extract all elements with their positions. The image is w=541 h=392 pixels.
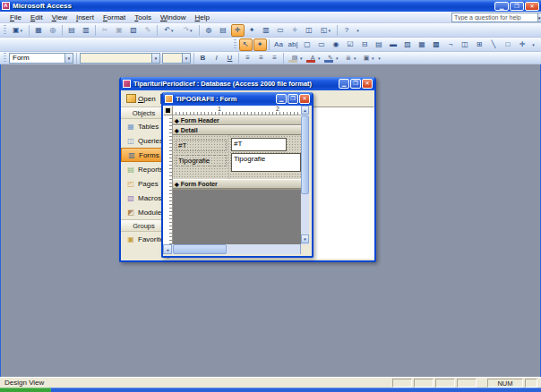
align-left-icon[interactable]: ≡ [242,52,254,64]
scroll-up-icon[interactable]: ▴ [301,106,309,115]
toolbar-grip[interactable] [4,53,6,63]
minimize-button[interactable]: ▁ [276,94,287,104]
scroll-down-icon[interactable]: ▾ [301,234,309,243]
horizontal-scroll-thumb[interactable] [173,244,227,254]
chevron-down-icon[interactable]: ▾ [182,53,191,64]
toolbox-icon[interactable]: ✛ [231,24,245,37]
form-footer-section-bar[interactable]: ◆ Form Footer [173,179,301,189]
restore-button[interactable]: ❐ [510,2,524,11]
build-icon[interactable]: ✧ [288,24,302,37]
maximize-button[interactable]: ❐ [350,79,361,89]
line-icon[interactable]: ╲ [487,38,501,51]
rectangle-icon[interactable]: □ [502,38,515,51]
maximize-button[interactable]: ❐ [288,94,298,104]
paste-icon[interactable]: ▧ [127,24,141,37]
bold-button[interactable]: B [197,52,210,64]
open-button[interactable]: Open [124,93,159,104]
font-size-combo[interactable]: ▾ [162,53,191,64]
select-objects-icon[interactable]: ↖ [239,38,253,51]
align-right-icon[interactable]: ≡ [269,52,281,64]
italic-button[interactable]: I [210,52,223,64]
menu-item[interactable]: View [47,13,72,21]
horizontal-scrollbar[interactable]: ◂ ▸ [163,244,309,254]
insert-hyperlink-icon[interactable]: ◍ [202,24,216,37]
object-selector-combo[interactable]: Form ▾ [9,53,73,64]
toolbar-options-chevron[interactable]: ▾ [375,52,383,64]
checkbox-icon[interactable]: ☑ [344,38,357,51]
label-control[interactable]: Tipografie [176,155,227,166]
redo-icon[interactable]: ↷ [179,24,197,37]
help-question-input[interactable] [451,13,538,22]
fill-color-icon[interactable]: ▨ [287,52,304,64]
option-group-icon[interactable]: ▢ [301,38,314,51]
bound-object-frame-icon[interactable]: ▩ [430,38,443,51]
close-button[interactable]: ✕ [525,2,539,11]
close-button[interactable]: ✕ [362,79,373,89]
new-object-button[interactable]: ▣ [9,24,27,37]
code-icon[interactable]: ▥ [260,24,273,37]
detail-section-bar[interactable]: ◆ Detail [173,125,301,135]
subform-icon[interactable]: ⊞ [473,38,486,51]
page-break-icon[interactable]: ¬ [444,38,458,51]
chevron-down-icon[interactable]: ▾ [151,53,160,64]
help-icon[interactable]: ? [340,24,354,37]
toolbar-options-chevron[interactable]: ▾ [529,38,537,51]
menu-item[interactable]: Edit [26,13,47,21]
special-effect-icon[interactable]: ▣ [358,52,375,64]
font-name-combo[interactable]: ▾ [80,53,160,64]
cut-icon[interactable]: ✂ [99,24,112,37]
minimize-button[interactable]: ▁ [494,2,509,11]
print-icon[interactable]: ▤ [65,24,79,37]
tab-control-icon[interactable]: ◫ [459,38,472,51]
vertical-scroll-thumb[interactable] [301,115,309,194]
label-tool-icon[interactable]: Aa [272,38,286,51]
print-preview-icon[interactable]: ▥ [80,24,93,37]
option-button-icon[interactable]: ◉ [330,38,343,51]
database-window-icon[interactable]: ◫ [303,24,316,37]
field-list-icon[interactable]: ▤ [217,24,230,37]
new-object-icon[interactable]: ◱ [317,24,335,37]
image-icon[interactable]: ▨ [401,38,415,51]
textbox-tool-icon[interactable]: ab| [287,38,300,51]
textbox-control[interactable]: #T [231,138,287,151]
vertical-scrollbar[interactable]: ▴ ▾ [301,106,309,244]
menu-item[interactable]: Help [190,13,213,21]
close-button[interactable]: ✕ [299,94,310,104]
menu-item[interactable]: Insert [72,13,99,21]
underline-button[interactable]: U [224,52,236,64]
command-button-icon[interactable]: ▬ [387,38,400,51]
combo-box-icon[interactable]: ⊟ [358,38,372,51]
menu-item[interactable]: File [5,13,26,21]
align-center-icon[interactable]: ≡ [255,52,268,64]
control-wizards-icon[interactable]: ✦ [253,38,267,51]
form-header-section-bar[interactable]: ◆ Form Header [173,115,301,125]
properties-icon[interactable]: ▭ [274,24,288,37]
menu-item[interactable]: Window [156,13,190,21]
font-color-icon[interactable]: A [305,52,322,64]
format-painter-icon[interactable]: ✎ [142,24,155,37]
copy-icon[interactable]: ▣ [113,24,126,37]
more-controls-icon[interactable]: ✛ [516,38,529,51]
toolbar-grip[interactable] [4,25,6,35]
form-selector-box[interactable] [163,106,173,115]
toolbar-grip[interactable] [234,39,236,49]
textbox-control[interactable]: Tipografie [231,153,301,172]
menu-item[interactable]: Format [99,13,130,21]
line-color-icon[interactable]: ✎ [322,52,339,64]
list-box-icon[interactable]: ▤ [373,38,386,51]
detail-grid[interactable]: #T #T Tipografie Tipografie [173,135,301,179]
menu-item[interactable]: Tools [130,13,156,21]
label-control[interactable]: #T [176,140,227,151]
scroll-left-icon[interactable]: ◂ [163,244,172,254]
unbound-object-frame-icon[interactable]: ▦ [416,38,429,51]
save-icon[interactable]: ▦ [32,24,46,37]
minimize-button[interactable]: ▁ [339,79,349,89]
start-button-edge[interactable] [0,388,51,392]
chevron-down-icon[interactable]: ▾ [64,53,73,64]
autoformat-icon[interactable]: ✦ [245,24,259,37]
undo-icon[interactable]: ↶ [160,24,178,37]
file-search-icon[interactable]: ◎ [47,24,60,37]
toggle-button-icon[interactable]: ▭ [315,38,329,51]
line-width-icon[interactable]: ≣ [340,52,357,64]
toolbar-options-chevron[interactable]: ▾ [354,24,362,37]
